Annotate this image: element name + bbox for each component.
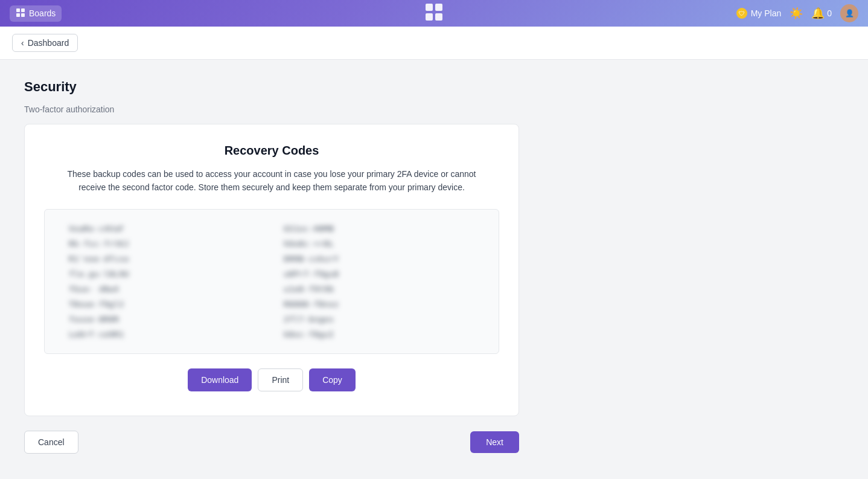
sub-header: ‹ Dashboard	[0, 27, 868, 60]
my-plan-button[interactable]: 🛡 My Plan	[736, 8, 782, 19]
my-plan-label: My Plan	[751, 8, 782, 18]
back-arrow-icon: ‹	[21, 38, 24, 48]
notifications-count: 0	[827, 8, 832, 18]
action-buttons: Download Print Copy	[44, 368, 499, 391]
boards-label: Boards	[29, 8, 56, 18]
svg-rect-2	[16, 13, 20, 17]
svg-rect-0	[16, 8, 20, 12]
notifications-button[interactable]: 🔔 0	[811, 7, 832, 20]
next-button[interactable]: Next	[470, 431, 519, 453]
recovery-code-right-7: 2fl7-bnges	[284, 315, 474, 324]
recovery-code-left-8: Le8rf-ce9R1	[69, 330, 260, 339]
svg-rect-3	[21, 13, 25, 17]
recovery-code-right-8: k8oc-f8guI	[284, 330, 474, 339]
recovery-codes-card: Recovery Codes These backup codes can be…	[24, 124, 519, 416]
recovery-code-right-3: DRRB-cxkurY	[284, 254, 474, 263]
svg-rect-4	[426, 4, 433, 11]
recovery-code-right-2: hOo8c-+r8L	[284, 239, 474, 248]
header-right: 🛡 My Plan ☀️ 🔔 0 👤	[736, 4, 858, 22]
recovery-code-right-1: GS1oc-H0MB	[284, 224, 474, 233]
copy-button[interactable]: Copy	[309, 368, 356, 391]
bell-icon: 🔔	[811, 7, 825, 20]
header-left: Boards	[10, 5, 62, 22]
dashboard-back-button[interactable]: ‹ Dashboard	[12, 34, 78, 52]
recovery-code-left-4: fle.gu-l8L9U	[69, 269, 260, 278]
boards-button[interactable]: Boards	[10, 5, 62, 22]
recovery-code-right-4: u8Pr7-f9gu8	[284, 269, 474, 278]
recovery-code-left-7: fouse-8R0R	[69, 315, 260, 324]
recovery-code-right-5: u1e8-f9t9b	[284, 285, 474, 294]
boards-icon	[16, 8, 25, 19]
recovery-code-left-1: VoaRo-c4VaF	[69, 224, 260, 233]
recovery-code-left-3: R1'noe-dfcso	[69, 254, 260, 263]
svg-rect-1	[21, 8, 25, 12]
main-content: Security Two-factor authorization Recove…	[0, 60, 543, 473]
recovery-codes-container: VoaRo-c4VaF GS1oc-H0MB Rk-fsc-frtKJ hOo8…	[44, 209, 499, 354]
card-title: Recovery Codes	[44, 144, 499, 158]
recovery-code-left-2: Rk-fsc-frtKJ	[69, 239, 260, 248]
recovery-code-left-5: fGuo- d8wX	[69, 285, 260, 294]
shield-icon: 🛡	[736, 8, 747, 19]
app-logo	[423, 1, 445, 23]
section-label: Two-factor authorization	[24, 104, 519, 114]
user-avatar[interactable]: 👤	[840, 4, 858, 22]
svg-rect-7	[435, 13, 442, 21]
page-title: Security	[24, 79, 519, 95]
theme-toggle-button[interactable]: ☀️	[790, 7, 803, 20]
recovery-code-right-6: R8888-f8noz	[284, 300, 474, 309]
cancel-button[interactable]: Cancel	[24, 431, 78, 454]
svg-rect-5	[435, 4, 442, 11]
download-button[interactable]: Download	[188, 368, 252, 391]
dashboard-label: Dashboard	[28, 38, 69, 48]
recovery-code-left-6: T8oue-f9gl2	[69, 300, 260, 309]
avatar-placeholder: 👤	[845, 9, 854, 18]
svg-rect-6	[426, 13, 433, 21]
app-header: Boards 🛡 My Plan ☀️ 🔔 0 👤	[0, 0, 868, 27]
print-button[interactable]: Print	[258, 368, 303, 391]
footer-buttons: Cancel Next	[24, 431, 519, 454]
card-description: These backup codes can be used to access…	[66, 167, 477, 194]
header-center	[423, 1, 445, 25]
